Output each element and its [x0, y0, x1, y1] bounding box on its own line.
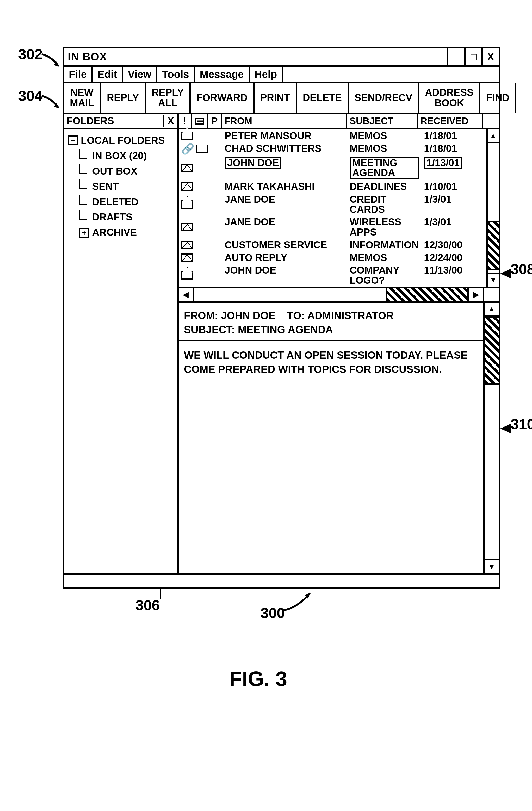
row-received: 1/3/01: [421, 217, 486, 237]
col-p[interactable]: P: [209, 114, 222, 128]
tb-print[interactable]: PRINT: [255, 83, 297, 112]
tb-send-recv[interactable]: SEND/RECV: [349, 83, 420, 112]
menu-view[interactable]: View: [123, 67, 157, 82]
pv-from-label: FROM:: [184, 310, 218, 321]
scroll-left-icon[interactable]: ◀: [179, 288, 194, 301]
col-subject[interactable]: SUBJECT: [347, 114, 418, 128]
hscroll-track[interactable]: [194, 288, 468, 301]
message-row[interactable]: JANE DOECREDIT CARDS1/3/01: [179, 193, 486, 216]
toolbar: NEWMAIL REPLY REPLYALL FORWARD PRINT DEL…: [64, 83, 499, 114]
row-from: PETER MANSOUR: [222, 131, 347, 141]
menu-help[interactable]: Help: [250, 67, 283, 82]
list-hscrollbar[interactable]: ◀ ▶: [179, 287, 499, 301]
message-row[interactable]: CUSTOMER SERVICEINFORMATION12/30/00: [179, 239, 486, 251]
envelope-open-icon: [181, 200, 193, 209]
row-from: JOHN DOE: [222, 265, 347, 286]
title-bar: IN BOX _ □ X: [64, 48, 499, 67]
menu-tools[interactable]: Tools: [157, 67, 195, 82]
menu-bar: File Edit View Tools Message Help: [64, 67, 499, 83]
row-received: 12/30/00: [421, 240, 486, 250]
pv-scroll-track[interactable]: [485, 317, 499, 559]
scroll-right-icon[interactable]: ▶: [468, 288, 483, 301]
folders-header: FOLDERS X: [64, 114, 177, 129]
tb-new-mail[interactable]: NEWMAIL: [64, 83, 101, 112]
minimize-button[interactable]: _: [447, 48, 464, 65]
arrow-300: [282, 590, 315, 613]
close-button[interactable]: X: [482, 48, 499, 65]
col-priority[interactable]: !: [179, 114, 192, 128]
tree-drafts[interactable]: DRAFTS: [79, 210, 174, 225]
tree-outbox[interactable]: OUT BOX: [79, 164, 174, 179]
pv-subject: MEETING AGENDA: [238, 324, 333, 335]
scroll-down-icon[interactable]: ▼: [488, 273, 499, 287]
callout-310: 310: [511, 415, 532, 432]
preview-vscrollbar[interactable]: ▲ ▼: [483, 303, 499, 573]
scroll-corner: [483, 288, 499, 301]
menu-edit[interactable]: Edit: [93, 67, 123, 82]
row-received: 12/24/00: [421, 253, 486, 263]
message-row[interactable]: JANE DOEWIRELESS APPS1/3/01: [179, 215, 486, 239]
row-received: 11/13/00: [421, 265, 486, 286]
tree-inbox[interactable]: IN BOX (20): [79, 148, 174, 164]
maximize-button[interactable]: □: [464, 48, 482, 65]
row-from: AUTO REPLY: [222, 253, 347, 263]
row-subject: MEMOS: [347, 131, 421, 141]
row-received: 1/3/01: [421, 194, 486, 215]
svg-marker-3: [500, 424, 511, 433]
pv-subject-label: SUBJECT:: [184, 324, 235, 335]
row-from: CUSTOMER SERVICE: [222, 240, 347, 250]
col-scroll-gap: [483, 114, 499, 128]
menu-message[interactable]: Message: [195, 67, 250, 82]
svg-marker-2: [500, 269, 511, 278]
col-received[interactable]: RECEIVED: [418, 114, 483, 128]
folder-tree: − LOCAL FOLDERS IN BOX (20) OUT BOX SENT…: [64, 129, 177, 243]
envelope-closed-icon: [181, 164, 193, 172]
row-icons: [179, 182, 222, 192]
figure-label: FIG. 3: [229, 667, 287, 691]
tree-sent[interactable]: SENT: [79, 179, 174, 194]
callout-302: 302: [18, 46, 43, 62]
tb-reply-all[interactable]: REPLYALL: [146, 83, 191, 112]
row-subject: CREDIT CARDS: [347, 194, 421, 215]
tree-deleted[interactable]: DELETED: [79, 194, 174, 210]
message-row[interactable]: JOHN DOEMEETING AGENDA1/13/01: [179, 155, 486, 180]
scroll-thumb[interactable]: [488, 221, 499, 270]
envelope-closed-icon: [181, 254, 193, 262]
row-from: MARK TAKAHASHI: [222, 182, 347, 192]
list-vscrollbar[interactable]: ▲ ▼: [486, 129, 499, 287]
row-icons: 🔗: [179, 143, 222, 154]
collapse-icon[interactable]: −: [68, 136, 78, 146]
attachment-icon: 🔗: [181, 143, 194, 154]
tb-find[interactable]: FIND: [481, 83, 516, 112]
row-from: JOHN DOE: [222, 157, 347, 179]
row-subject: COMPANY LOGO?: [347, 265, 421, 286]
pv-body-line1: WE WILL CONDUCT AN OPEN SESSION TODAY. P…: [184, 348, 478, 362]
tree-archive[interactable]: + ARCHIVE: [79, 225, 174, 240]
folders-close-button[interactable]: X: [163, 116, 177, 127]
preview-body: WE WILL CONDUCT AN OPEN SESSION TODAY. P…: [179, 341, 483, 383]
pv-scroll-thumb[interactable]: [485, 317, 499, 384]
message-row[interactable]: MARK TAKAHASHIDEADLINES1/10/01: [179, 180, 486, 193]
pv-scroll-down-icon[interactable]: ▼: [485, 559, 499, 573]
tb-address[interactable]: ADDRESSBOOK: [420, 83, 481, 112]
tb-forward[interactable]: FORWARD: [191, 83, 255, 112]
arrow-310: [500, 423, 513, 434]
expand-icon[interactable]: +: [79, 228, 89, 238]
pv-scroll-up-icon[interactable]: ▲: [485, 303, 499, 317]
row-subject: DEADLINES: [347, 182, 421, 192]
row-icons: [179, 240, 222, 250]
scroll-up-icon[interactable]: ▲: [488, 129, 499, 143]
message-row[interactable]: 🔗CHAD SCHWITTERSMEMOS1/18/01: [179, 142, 486, 155]
message-row[interactable]: JOHN DOECOMPANY LOGO?11/13/00: [179, 264, 486, 287]
message-row[interactable]: PETER MANSOURMEMOS1/18/01: [179, 129, 486, 142]
hscroll-thumb[interactable]: [385, 288, 468, 301]
menu-file[interactable]: File: [64, 67, 93, 82]
tb-reply[interactable]: REPLY: [101, 83, 146, 112]
tb-delete[interactable]: DELETE: [297, 83, 349, 112]
scroll-track[interactable]: [488, 143, 499, 273]
col-readstate-icon[interactable]: [192, 114, 209, 128]
callout-304: 304: [18, 87, 43, 104]
message-row[interactable]: AUTO REPLYMEMOS12/24/00: [179, 251, 486, 264]
col-from[interactable]: FROM: [222, 114, 347, 128]
tree-root[interactable]: − LOCAL FOLDERS: [68, 133, 174, 148]
